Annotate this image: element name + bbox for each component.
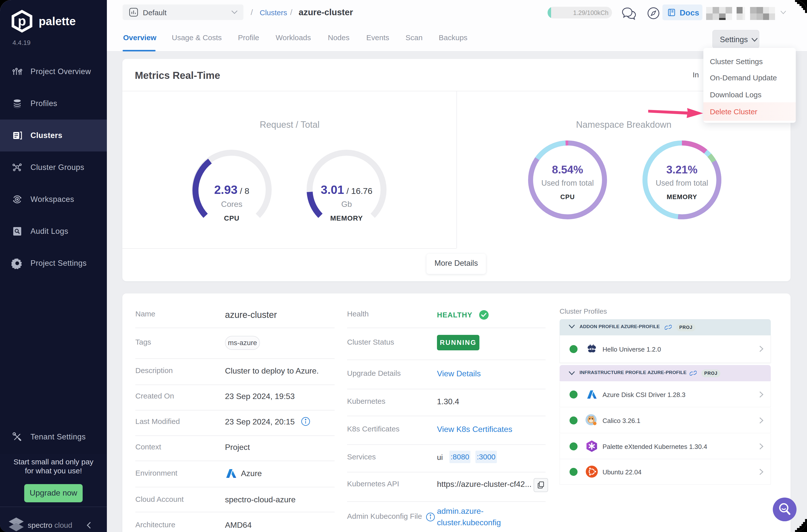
svg-text:p: p [18, 14, 26, 28]
